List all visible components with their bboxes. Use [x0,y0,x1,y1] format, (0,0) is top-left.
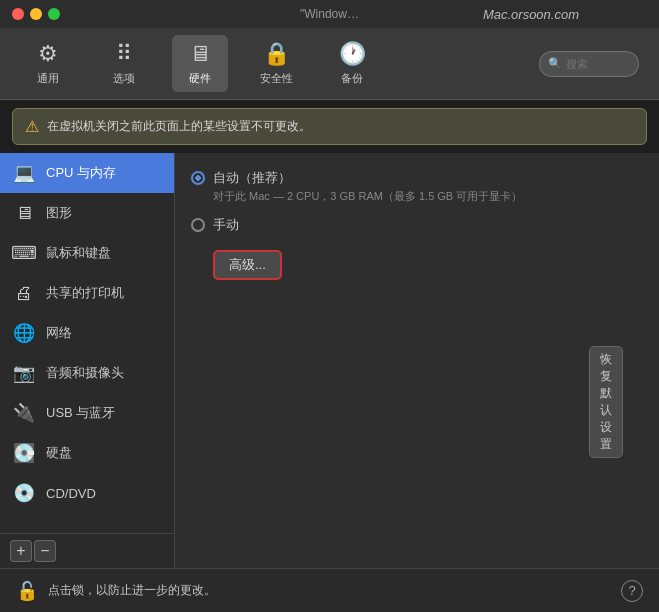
sidebar-item-disk[interactable]: 💽 硬盘 [0,433,174,473]
printer-icon: 🖨 [12,281,36,305]
network-icon: 🌐 [12,321,36,345]
toolbar: ⚙ 通用 ⠿ 选项 🖥 硬件 🔒 安全性 🕐 备份 🔍 [0,28,659,100]
radio-group: 自动（推荐） 对于此 Mac — 2 CPU，3 GB RAM（最多 1.5 G… [191,169,643,234]
add-button[interactable]: + [10,540,32,562]
manual-label: 手动 [213,216,239,234]
gear-icon: ⚙ [38,41,58,67]
auto-label: 自动（推荐） [213,169,522,187]
search-input[interactable] [566,58,636,70]
sidebar-label-usb: USB 与蓝牙 [46,404,115,422]
search-icon: 🔍 [548,57,562,70]
sidebar-item-network[interactable]: 🌐 网络 [0,313,174,353]
usb-icon: 🔌 [12,401,36,425]
toolbar-item-general[interactable]: ⚙ 通用 [20,35,76,92]
main-content: 💻 CPU 与内存 🖥 图形 ⌨ 鼠标和键盘 🖨 共享的打印机 🌐 网络 📷 [0,153,659,568]
help-button[interactable]: ? [621,580,643,602]
maximize-button[interactable] [48,8,60,20]
auto-desc: 对于此 Mac — 2 CPU，3 GB RAM（最多 1.5 GB 可用于显卡… [213,189,522,204]
sidebar-label-graphics: 图形 [46,204,72,222]
auto-radio[interactable] [191,171,205,185]
manual-radio[interactable] [191,218,205,232]
manual-option[interactable]: 手动 [191,216,643,234]
auto-text: 自动（推荐） 对于此 Mac — 2 CPU，3 GB RAM（最多 1.5 G… [213,169,522,204]
clock-icon: 🕐 [339,41,366,67]
sidebar-controls: + − [0,533,174,568]
dvd-icon: 💿 [12,481,36,505]
sidebar-label-mouse: 鼠标和键盘 [46,244,111,262]
search-box[interactable]: 🔍 [539,51,639,77]
toolbar-item-backup[interactable]: 🕐 备份 [324,35,380,92]
sidebar-item-usb[interactable]: 🔌 USB 与蓝牙 [0,393,174,433]
toolbar-label-general: 通用 [37,71,59,86]
toolbar-item-security[interactable]: 🔒 安全性 [248,35,304,92]
sidebar-label-cpu: CPU 与内存 [46,164,116,182]
warning-banner: ⚠ 在虚拟机关闭之前此页面上的某些设置不可更改。 [12,108,647,145]
sidebar-item-audio[interactable]: 📷 音频和摄像头 [0,353,174,393]
sidebar-item-graphics[interactable]: 🖥 图形 [0,193,174,233]
traffic-lights [12,8,60,20]
toolbar-label-backup: 备份 [341,71,363,86]
lock-text: 点击锁，以防止进一步的更改。 [48,582,611,599]
watermark: Mac.orsoon.com [483,7,579,22]
sidebar: 💻 CPU 与内存 🖥 图形 ⌨ 鼠标和键盘 🖨 共享的打印机 🌐 网络 📷 [0,153,175,568]
auto-option[interactable]: 自动（推荐） 对于此 Mac — 2 CPU，3 GB RAM（最多 1.5 G… [191,169,643,204]
minimize-button[interactable] [30,8,42,20]
window-title: "Window… [300,7,359,21]
right-panel-wrapper: 自动（推荐） 对于此 Mac — 2 CPU，3 GB RAM（最多 1.5 G… [175,153,659,568]
camera-icon: 📷 [12,361,36,385]
advanced-button[interactable]: 高级... [213,250,282,280]
disk-icon: 💽 [12,441,36,465]
manual-text: 手动 [213,216,239,234]
remove-button[interactable]: − [34,540,56,562]
title-bar: "Window… Mac.orsoon.com [0,0,659,28]
lock-icon[interactable]: 🔓 [16,580,38,602]
sidebar-items: 💻 CPU 与内存 🖥 图形 ⌨ 鼠标和键盘 🖨 共享的打印机 🌐 网络 📷 [0,153,174,533]
graphics-icon: 🖥 [12,201,36,225]
bottom-bar: 🔓 点击锁，以防止进一步的更改。 ? [0,568,659,612]
sidebar-label-cddvd: CD/DVD [46,486,96,501]
sidebar-label-printing: 共享的打印机 [46,284,124,302]
sidebar-label-network: 网络 [46,324,72,342]
cpu-icon: 💻 [12,161,36,185]
sidebar-label-disk: 硬盘 [46,444,72,462]
toolbar-item-hardware[interactable]: 🖥 硬件 [172,35,228,92]
keyboard-icon: ⌨ [12,241,36,265]
toolbar-item-options[interactable]: ⠿ 选项 [96,35,152,92]
warning-text: 在虚拟机关闭之前此页面上的某些设置不可更改。 [47,118,311,135]
close-button[interactable] [12,8,24,20]
toolbar-label-security: 安全性 [260,71,293,86]
lock-toolbar-icon: 🔒 [263,41,290,67]
toolbar-label-hardware: 硬件 [189,71,211,86]
toolbar-label-options: 选项 [113,71,135,86]
sidebar-item-cddvd[interactable]: 💿 CD/DVD [0,473,174,513]
right-panel: 自动（推荐） 对于此 Mac — 2 CPU，3 GB RAM（最多 1.5 G… [175,153,659,568]
warning-icon: ⚠ [25,117,39,136]
sidebar-item-printing[interactable]: 🖨 共享的打印机 [0,273,174,313]
hardware-icon: 🖥 [189,41,211,67]
sidebar-item-cpu[interactable]: 💻 CPU 与内存 [0,153,174,193]
options-icon: ⠿ [116,41,132,67]
sidebar-item-mouse[interactable]: ⌨ 鼠标和键盘 [0,233,174,273]
restore-defaults-button[interactable]: 恢复默认设置 [589,346,623,458]
sidebar-label-audio: 音频和摄像头 [46,364,124,382]
